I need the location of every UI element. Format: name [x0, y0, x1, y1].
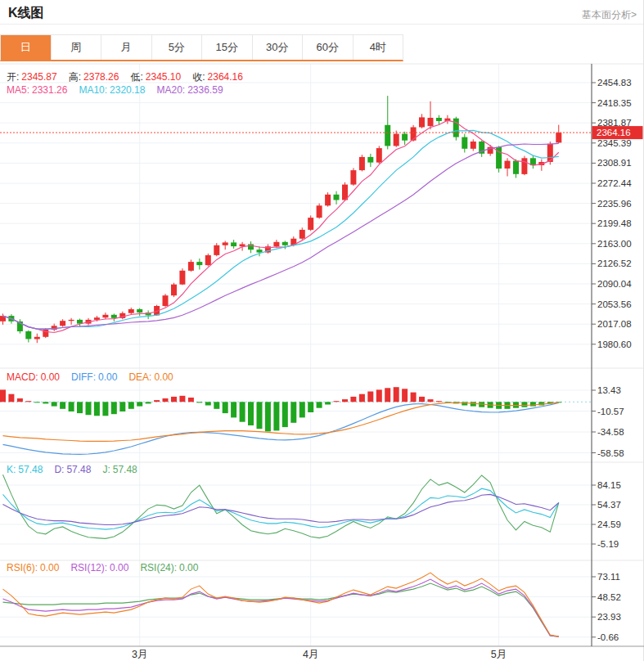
macd-bar — [367, 392, 373, 402]
candle-body — [163, 295, 169, 306]
candle-body — [257, 250, 263, 252]
macd-bar — [205, 402, 211, 405]
axis-label: 2345.39 — [597, 138, 632, 148]
x-axis-month-label: 5月 — [491, 649, 507, 660]
candle-body — [513, 161, 519, 174]
axis-label: 2199.48 — [597, 218, 632, 228]
axis-label: -58.58 — [597, 448, 624, 458]
axis-label: 2235.96 — [597, 199, 632, 209]
candle-body — [462, 137, 467, 149]
macd-bar — [214, 402, 219, 409]
axis-label: 48.52 — [597, 592, 621, 602]
candle-body — [248, 245, 254, 250]
candle-body — [402, 134, 408, 141]
ma20-line — [3, 143, 559, 329]
axis-label: 2418.35 — [597, 98, 632, 108]
candle-body — [223, 242, 228, 245]
candle-body — [214, 245, 219, 255]
page-header: K线图 基本面分析> — [0, 0, 643, 25]
macd-bar — [411, 393, 417, 402]
rsi12-line — [3, 579, 559, 636]
candle-body — [94, 317, 100, 320]
macd-bar — [171, 397, 177, 402]
candle-body — [188, 262, 194, 271]
macd-bar — [376, 389, 382, 402]
candle-body — [111, 315, 117, 318]
macd-bar — [290, 402, 296, 423]
macd-bar — [34, 402, 40, 402]
tab-5分[interactable]: 5分 — [152, 35, 203, 60]
macd-bar — [154, 400, 160, 402]
candles-layer — [0, 96, 561, 343]
ma10-line — [3, 130, 559, 329]
macd-bar — [419, 397, 425, 402]
macd-bar — [111, 402, 117, 414]
chart-area: 2454.832418.352381.872345.392308.912272.… — [0, 59, 644, 661]
macd-bar — [0, 389, 6, 402]
candle-body — [102, 315, 108, 317]
candle-body — [179, 271, 185, 285]
candle-body — [171, 285, 177, 296]
macd-bar — [17, 398, 23, 402]
candle-body — [34, 337, 40, 339]
macd-bar — [231, 402, 236, 417]
macd-bar — [163, 398, 169, 402]
axis-label: -34.58 — [597, 427, 624, 437]
candle-body — [317, 205, 322, 218]
tab-30分[interactable]: 30分 — [253, 35, 304, 60]
macd-bar — [402, 389, 408, 402]
macd-layer — [0, 387, 561, 454]
axis-label: 2126.52 — [597, 259, 632, 268]
tab-60分[interactable]: 60分 — [303, 35, 354, 60]
candle-body — [436, 118, 442, 121]
macd-bar — [102, 402, 108, 416]
kline-svg: 2454.832418.352381.872345.392308.912272.… — [0, 59, 644, 661]
candle-body — [367, 157, 373, 163]
macd-bar — [86, 402, 92, 415]
page-title: K线图 — [8, 5, 44, 22]
candle-body — [196, 262, 202, 265]
tab-周[interactable]: 周 — [52, 35, 102, 60]
candle-body — [428, 118, 434, 126]
kdj-layer — [3, 474, 559, 538]
candle-body — [505, 161, 511, 169]
tab-15分[interactable]: 15分 — [202, 35, 253, 60]
macd-bar — [513, 402, 519, 407]
candle-body — [273, 242, 279, 246]
axis-label: 1980.60 — [597, 339, 632, 349]
macd-bar — [265, 402, 271, 431]
x-axis-month-label: 3月 — [132, 649, 147, 660]
candle-body — [471, 142, 476, 149]
macd-bar — [325, 402, 331, 404]
macd-bar — [521, 402, 527, 407]
macd-bar — [530, 402, 536, 406]
axis-label: 2272.44 — [597, 178, 632, 188]
candle-body — [556, 133, 561, 142]
macd-bar — [8, 394, 14, 402]
candle-body — [394, 134, 399, 146]
macd-bar — [223, 402, 228, 413]
j-line — [3, 474, 559, 538]
macd-bar — [69, 402, 74, 411]
axis-label: 13.43 — [597, 385, 621, 395]
macd-bar — [282, 402, 288, 427]
candle-body — [419, 117, 425, 127]
macd-bar — [119, 402, 125, 411]
candle-body — [205, 255, 211, 265]
macd-bar — [394, 387, 399, 402]
axis-label: 2017.08 — [597, 319, 632, 329]
axis-label: 84.15 — [597, 480, 621, 490]
tab-4时[interactable]: 4时 — [354, 35, 403, 60]
candle-body — [60, 321, 65, 326]
tab-月[interactable]: 月 — [101, 35, 152, 60]
axis-label: -10.57 — [597, 407, 624, 416]
tab-日[interactable]: 日 — [1, 35, 52, 60]
macd-bar — [25, 401, 31, 402]
macd-bar — [128, 402, 134, 409]
macd-bar — [350, 397, 356, 402]
axis-label: 2454.83 — [597, 78, 632, 88]
interval-tab-bar: 日周月5分15分30分60分4时 — [0, 34, 403, 61]
axis-label: 2308.91 — [597, 158, 632, 168]
fundamental-analysis-link[interactable]: 基本面分析> — [582, 8, 637, 22]
macd-bar — [196, 402, 202, 402]
